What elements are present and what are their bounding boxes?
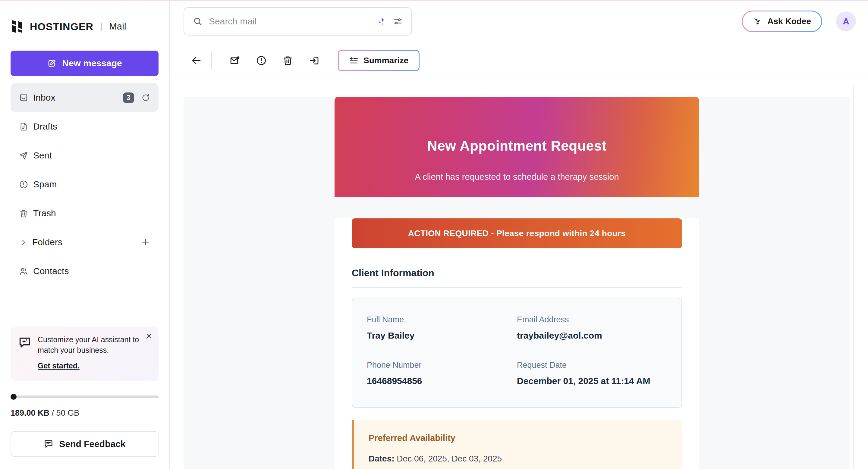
brand-logo[interactable]: HOSTINGER | Mail	[10, 19, 158, 34]
summarize-button[interactable]: Summarize	[338, 50, 420, 71]
topbar: Ask Kodee A	[170, 0, 868, 42]
storage-used: 189.00 KB	[10, 408, 50, 417]
sidebar-item-label: Folders	[32, 237, 62, 247]
sidebar-item-label: Trash	[33, 208, 56, 219]
reading-pane: New Appointment Request A client has req…	[170, 85, 854, 469]
feedback-chat-icon	[43, 439, 54, 449]
action-required-banner: ACTION REQUIRED - Please respond within …	[352, 219, 682, 248]
spam-icon	[19, 180, 28, 189]
chevron-right-icon[interactable]	[20, 238, 27, 246]
add-folder-icon[interactable]	[141, 238, 150, 247]
field-value: December 01, 2025 at 11:14 AM	[517, 376, 667, 386]
dates-value: Dec 06, 2025, Dec 03, 2025	[395, 454, 502, 463]
new-message-label: New message	[62, 58, 122, 68]
field-value: traybailey@aol.com	[517, 330, 667, 341]
sidebar-item-sent[interactable]: Sent	[10, 141, 158, 170]
ask-kodee-label: Ask Kodee	[767, 16, 811, 26]
avatar[interactable]: A	[836, 11, 856, 31]
field-label: Phone Number	[367, 361, 517, 370]
preferred-availability-box: Preferred Availability Dates: Dec 06, 20…	[352, 420, 682, 469]
folder-nav: Inbox 3 Drafts Sent	[10, 83, 158, 286]
availability-dates: Dates: Dec 06, 2025, Dec 03, 2025	[369, 454, 668, 464]
sidebar-item-label: Sent	[33, 150, 52, 161]
inbox-unread-badge: 3	[123, 93, 134, 103]
email-body: ACTION REQUIRED - Please respond within …	[335, 219, 699, 469]
availability-heading: Preferred Availability	[369, 433, 668, 443]
field-label: Request Date	[517, 361, 667, 370]
brand-divider: |	[100, 22, 102, 32]
field-phone-number: Phone Number 16468954856	[367, 361, 517, 386]
search-input[interactable]	[209, 16, 370, 27]
dates-label: Dates:	[369, 454, 395, 463]
sidebar-item-label: Drafts	[33, 122, 57, 132]
drafts-icon	[19, 122, 28, 131]
get-started-link[interactable]: Get started.	[38, 362, 80, 370]
sidebar: HOSTINGER | Mail New message Inbox 3	[0, 0, 170, 469]
email-toolbar: Summarize	[170, 42, 868, 79]
email-hero-header: New Appointment Request A client has req…	[335, 97, 699, 197]
sidebar-item-trash[interactable]: Trash	[10, 199, 158, 228]
send-feedback-label: Send Feedback	[59, 439, 125, 449]
sidebar-item-drafts[interactable]: Drafts	[10, 112, 158, 141]
top-edge-strip	[0, 0, 868, 1]
move-to-folder-icon[interactable]	[309, 55, 320, 66]
kodee-icon	[753, 16, 763, 26]
sidebar-item-spam[interactable]: Spam	[10, 170, 158, 199]
delete-icon[interactable]	[282, 55, 293, 66]
compose-icon	[47, 59, 57, 68]
email-title: New Appointment Request	[427, 138, 607, 154]
client-info-card: Full Name Tray Bailey Email Address tray…	[352, 298, 682, 408]
field-full-name: Full Name Tray Bailey	[367, 315, 517, 341]
client-information-heading: Client Information	[352, 267, 682, 279]
trash-icon	[19, 209, 28, 218]
filter-sliders-icon[interactable]	[393, 16, 403, 27]
send-feedback-button[interactable]: Send Feedback	[10, 431, 158, 457]
field-request-date: Request Date December 01, 2025 at 11:14 …	[517, 361, 667, 386]
hostinger-logo-icon	[10, 19, 24, 34]
brand-name: HOSTINGER	[30, 21, 93, 33]
storage-progress-knob	[10, 394, 17, 400]
email-card: New Appointment Request A client has req…	[335, 97, 699, 469]
summarize-label: Summarize	[364, 56, 408, 65]
search-box[interactable]	[184, 7, 412, 36]
back-arrow-icon[interactable]	[191, 55, 202, 66]
sidebar-item-label: Contacts	[33, 266, 69, 276]
close-icon[interactable]	[145, 333, 153, 340]
ai-promo-text: Customize your AI assistant to match you…	[38, 334, 141, 356]
email-canvas: New Appointment Request A client has req…	[184, 97, 850, 469]
sidebar-item-contacts[interactable]: Contacts	[10, 257, 158, 286]
field-value: Tray Bailey	[367, 330, 517, 341]
storage-usage-text: 189.00 KB / 50 GB	[10, 408, 158, 418]
sidebar-item-label: Inbox	[33, 93, 55, 103]
sent-icon	[19, 151, 28, 160]
field-value: 16468954856	[367, 376, 517, 386]
field-email-address: Email Address traybailey@aol.com	[517, 315, 667, 341]
ai-assistant-promo-card: Customize your AI assistant to match you…	[10, 327, 158, 381]
inbox-icon	[19, 93, 28, 102]
field-label: Full Name	[367, 315, 517, 325]
email-subtitle: A client has requested to schedule a the…	[415, 172, 619, 182]
ai-chat-sparkle-icon	[18, 336, 32, 349]
mark-unread-icon[interactable]	[229, 55, 240, 66]
storage-total: / 50 GB	[52, 408, 80, 417]
ask-kodee-button[interactable]: Ask Kodee	[742, 10, 822, 32]
new-message-button[interactable]: New message	[10, 51, 158, 76]
sidebar-item-label: Spam	[33, 179, 57, 190]
summarize-icon	[349, 56, 359, 65]
search-icon	[193, 16, 203, 27]
section-divider	[352, 287, 682, 288]
sidebar-item-folders[interactable]: Folders	[10, 228, 158, 257]
contacts-icon	[19, 267, 28, 276]
ai-sparkles-icon[interactable]	[376, 16, 387, 27]
storage-progress-bar	[10, 396, 158, 398]
brand-product: Mail	[109, 21, 126, 32]
toolbar-divider	[211, 51, 212, 70]
refresh-icon[interactable]	[141, 93, 150, 102]
field-label: Email Address	[517, 315, 667, 325]
report-spam-icon[interactable]	[256, 55, 267, 66]
sidebar-item-inbox[interactable]: Inbox 3	[10, 83, 158, 112]
